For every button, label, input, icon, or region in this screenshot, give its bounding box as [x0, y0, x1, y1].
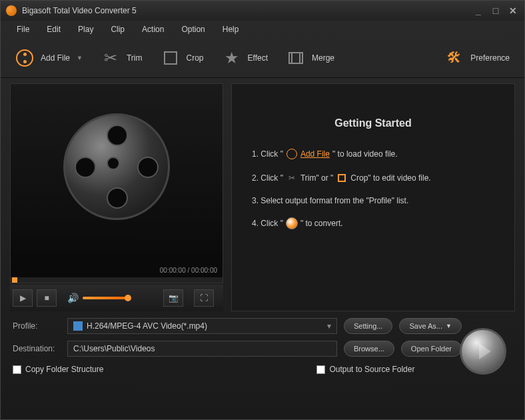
volume-slider[interactable]: [83, 297, 129, 299]
menu-file[interactable]: File: [9, 23, 37, 36]
profile-dropdown[interactable]: H.264/MPEG-4 AVC Video(*.mp4) ▾: [67, 318, 337, 334]
menu-clip[interactable]: Clip: [103, 23, 133, 36]
seek-bar[interactable]: [11, 277, 223, 283]
menu-edit[interactable]: Edit: [39, 23, 69, 36]
merge-button[interactable]: Merge: [286, 49, 334, 67]
checkbox-icon: [316, 365, 325, 374]
effect-label: Effect: [248, 53, 268, 63]
crop-label: Crop: [187, 53, 204, 63]
preference-button[interactable]: 🛠 Preference: [445, 49, 510, 67]
chevron-down-icon: ▾: [327, 321, 331, 331]
chevron-down-icon: ▼: [446, 323, 452, 329]
film-reel-icon: [286, 148, 298, 160]
step-3: 3. Select output format from the "Profil…: [252, 196, 494, 205]
app-window: Bigasoft Total Video Converter 5 _ □ ✕ F…: [0, 0, 525, 420]
maximize-button[interactable]: □: [490, 6, 502, 15]
volume-handle[interactable]: [125, 295, 131, 301]
destination-value: C:\Users\Public\Videos: [73, 344, 155, 353]
volume-icon[interactable]: 🔊: [67, 293, 79, 303]
settings-area: Profile: H.264/MPEG-4 AVC Video(*.mp4) ▾…: [1, 311, 524, 381]
tools-icon: 🛠: [445, 49, 464, 67]
app-icon: [6, 5, 17, 16]
seek-handle[interactable]: [12, 277, 17, 283]
menu-option[interactable]: Option: [173, 23, 213, 36]
destination-label: Destination:: [13, 344, 61, 353]
browse-button[interactable]: Browse...: [344, 341, 394, 357]
film-reel-graphic: [57, 113, 177, 233]
menubar: File Edit Play Clip Action Option Help: [1, 21, 524, 38]
stop-button[interactable]: ■: [37, 289, 57, 307]
menu-play[interactable]: Play: [70, 23, 101, 36]
convert-button[interactable]: [460, 328, 506, 375]
add-file-link[interactable]: Add File: [300, 149, 330, 159]
mp4-format-icon: [73, 321, 83, 331]
window-title: Bigasoft Total Video Converter 5: [22, 6, 472, 15]
output-to-source-checkbox[interactable]: Output to Source Folder: [316, 365, 414, 374]
star-icon: ★: [223, 49, 241, 67]
titlebar: Bigasoft Total Video Converter 5 _ □ ✕: [1, 1, 524, 21]
profile-label: Profile:: [13, 321, 61, 331]
minimize-button[interactable]: _: [472, 6, 484, 15]
dropdown-arrow-icon: ▼: [77, 55, 83, 61]
profile-value: H.264/MPEG-4 AVC Video(*.mp4): [87, 321, 207, 331]
menu-help[interactable]: Help: [215, 23, 247, 36]
preview-pane: 00:00:00 / 00:00:00: [10, 83, 223, 283]
crop-icon: [161, 49, 180, 67]
checkbox-icon: [13, 365, 21, 374]
add-file-label: Add File: [41, 53, 70, 63]
add-file-button[interactable]: Add File ▼: [15, 49, 83, 67]
menu-action[interactable]: Action: [134, 23, 172, 36]
close-button[interactable]: ✕: [507, 6, 519, 15]
destination-input[interactable]: C:\Users\Public\Videos: [67, 341, 337, 357]
preference-label: Preference: [470, 53, 510, 63]
fullscreen-button[interactable]: ⛶: [194, 289, 214, 307]
step-2: 2. Click " ✂ Trim" or " Crop" to edit vi…: [252, 172, 494, 184]
merge-icon: [286, 49, 305, 67]
convert-icon: [286, 217, 298, 229]
setting-button[interactable]: Setting...: [344, 318, 392, 334]
copy-folder-structure-checkbox[interactable]: Copy Folder Structure: [13, 365, 103, 374]
timecode-display: 00:00:00 / 00:00:00: [11, 263, 223, 277]
preview-placeholder: [11, 84, 223, 263]
play-icon: [479, 343, 491, 359]
scissors-icon: ✂: [286, 172, 298, 184]
play-button[interactable]: ▶: [13, 289, 33, 307]
getting-started-title: Getting Started: [252, 117, 494, 129]
trim-label: Trim: [127, 53, 143, 63]
crop-button[interactable]: Crop: [161, 49, 204, 67]
snapshot-button[interactable]: 📷: [163, 289, 183, 307]
scissors-icon: ✂: [101, 49, 120, 67]
trim-button[interactable]: ✂ Trim: [101, 49, 143, 67]
toolbar: Add File ▼ ✂ Trim Crop ★ Effect Merge 🛠 …: [1, 38, 524, 78]
film-reel-icon: [15, 49, 34, 67]
effect-button[interactable]: ★ Effect: [223, 49, 268, 67]
step-4: 4. Click " " to convert.: [252, 217, 494, 229]
open-folder-button[interactable]: Open Folder: [401, 341, 462, 357]
step-1: 1. Click " Add File " to load video file…: [252, 148, 494, 160]
crop-icon: [336, 172, 348, 184]
player-controls: ▶ ■ 🔊 📷 ⛶: [10, 285, 223, 311]
save-as-button[interactable]: Save As... ▼: [399, 318, 461, 334]
merge-label: Merge: [312, 53, 334, 63]
getting-started-pane: Getting Started 1. Click " Add File " to…: [231, 83, 515, 311]
